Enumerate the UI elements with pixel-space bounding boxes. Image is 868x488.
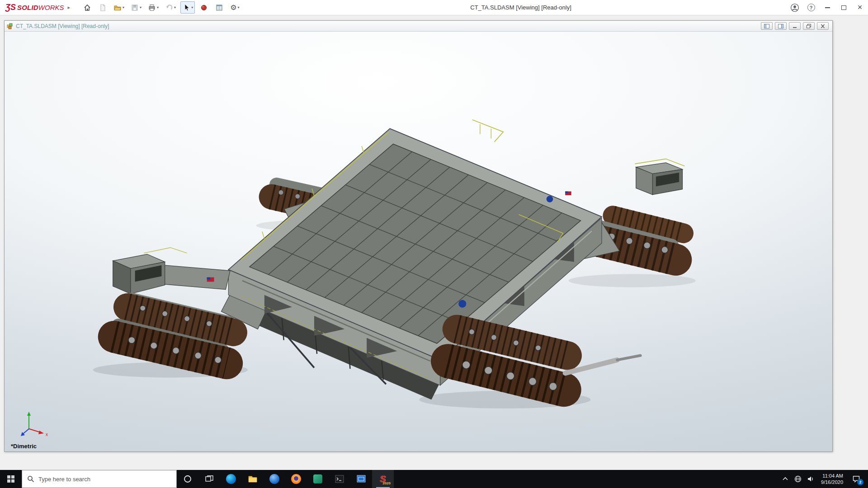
login-button[interactable] [787,0,803,15]
home-button[interactable] [81,1,94,14]
toolbar-expand-arrow[interactable]: ▸ [68,5,71,10]
cortana-icon [184,475,192,483]
red-sphere-icon [200,4,208,12]
chevron-up-icon [782,475,789,483]
taskbar-app-file-explorer[interactable] [242,470,264,488]
new-document-icon [99,4,107,12]
chevron-down-icon: ▾ [140,6,142,9]
print-icon [148,4,156,12]
clock-date: 9/16/2020 [821,479,843,485]
dassault-mark-icon: ƷS [5,3,16,12]
document-title: CT_TA.SLDASM [Viewing] [Read-only] [16,23,109,29]
edrawings-icon [313,474,322,483]
track-front-left [114,300,233,363]
solidworks-year-badge: 2020 [382,481,391,485]
open-button[interactable]: ▾ [112,1,126,14]
chevron-down-icon: ▾ [174,6,176,9]
view-orientation-label: *Dimetric [11,443,37,450]
gear-icon: ⚙ [230,4,236,11]
maximize-button[interactable] [835,0,852,15]
ie-icon [269,474,279,484]
chevron-down-icon[interactable]: ▾ [123,6,124,9]
taskbar-app-edrawings[interactable] [307,470,329,488]
search-placeholder: Type here to search [38,476,90,483]
chevron-down-icon[interactable]: ▾ [237,6,239,9]
document-titlebar[interactable]: CT_TA.SLDASM [Viewing] [Read-only] [5,21,832,32]
minimize-icon [825,7,830,8]
search-input[interactable]: Type here to search [22,470,177,488]
new-document-button [96,1,109,14]
taskbar-app-firefox[interactable] [285,470,307,488]
maximize-icon [841,5,846,10]
task-view-button[interactable] [198,470,220,488]
windows-taskbar: Type here to search S 2020 11:04 AM [0,470,868,488]
minimize-button[interactable] [819,0,835,15]
save-button: ▾ [129,1,143,14]
firefox-icon [291,474,301,484]
document-window: CT_TA.SLDASM [Viewing] [Read-only] [4,20,833,452]
volume-button[interactable] [804,470,817,488]
orientation-triad: x [14,410,51,440]
speaker-icon [807,475,814,483]
close-icon: × [858,3,863,12]
record-macro-button[interactable] [198,1,210,14]
user-account-icon [790,3,799,12]
solidworks-icon: S 2020 [376,473,390,485]
app-window-title: CT_TA.SLDASM [Viewing] [Read-only] [470,4,571,11]
cab-right [635,159,684,195]
select-tool-button[interactable]: ▾ [180,1,195,14]
doc-pane-toggle-right-button[interactable] [775,22,787,30]
taskbar-app-solidworks[interactable]: S 2020 [372,470,394,488]
edge-icon [226,474,236,484]
select-cursor-icon [182,4,190,12]
windows-logo-icon [7,475,14,483]
tray-expand-button[interactable] [779,470,792,488]
cab-left [113,254,230,294]
split-pane-left-icon [764,24,769,28]
split-pane-right-icon [778,24,783,28]
restore-icon [806,24,811,28]
network-button[interactable] [792,470,804,488]
help-icon: ? [807,4,815,11]
doc-restore-button[interactable] [803,22,815,30]
taskbar-app-edge[interactable] [220,470,242,488]
doc-close-button[interactable] [817,22,829,30]
home-icon [83,4,91,12]
graphics-viewport[interactable]: x *Dimetric [5,32,832,451]
action-center-button[interactable]: 2 [847,470,865,488]
open-folder-icon [113,4,122,12]
options-button[interactable]: ⚙ ▾ [228,1,241,14]
chevron-down-icon[interactable]: ▾ [157,6,159,9]
table-button[interactable] [213,1,226,14]
application-workspace: CT_TA.SLDASM [Viewing] [Read-only] [0,15,868,470]
cortana-button[interactable] [177,470,198,488]
app-titlebar: ƷS SOLID WORKS ▸ ▾ ▾ ▾ ▾ ▾ [0,0,868,15]
save-icon [131,4,139,12]
triad-x-label: x [46,432,48,437]
search-icon [27,475,34,483]
close-icon [820,24,826,28]
chevron-down-icon[interactable]: ▾ [191,6,193,9]
start-button[interactable] [0,470,22,488]
taskbar-app-terminal[interactable] [329,470,350,488]
undo-icon [165,4,173,12]
doc-minimize-button[interactable] [789,22,801,30]
solidworks-logo[interactable]: ƷS SOLID WORKS [0,3,67,12]
quick-access-toolbar: ▾ ▾ ▾ ▾ ▾ ⚙ ▾ [81,1,241,14]
taskbar-app-ie[interactable] [264,470,285,488]
print-button[interactable]: ▾ [146,1,160,14]
taskbar-app-window-blue[interactable] [350,470,372,488]
taskbar-clock[interactable]: 11:04 AM 9/16/2020 [817,473,847,485]
network-globe-icon [794,475,802,483]
brand-solid-text: SOLID [17,4,38,11]
help-button[interactable]: ? [803,0,819,15]
doc-pane-toggle-left-button[interactable] [761,22,773,30]
spreadsheet-icon [215,4,223,12]
minimize-icon [792,24,797,28]
close-button[interactable]: × [852,0,868,15]
system-tray: 11:04 AM 9/16/2020 2 [779,470,868,488]
blue-window-app-icon [356,474,366,484]
brand-works-text: WORKS [38,4,64,11]
undo-button: ▾ [163,1,178,14]
window-controls: ? × [787,0,868,15]
